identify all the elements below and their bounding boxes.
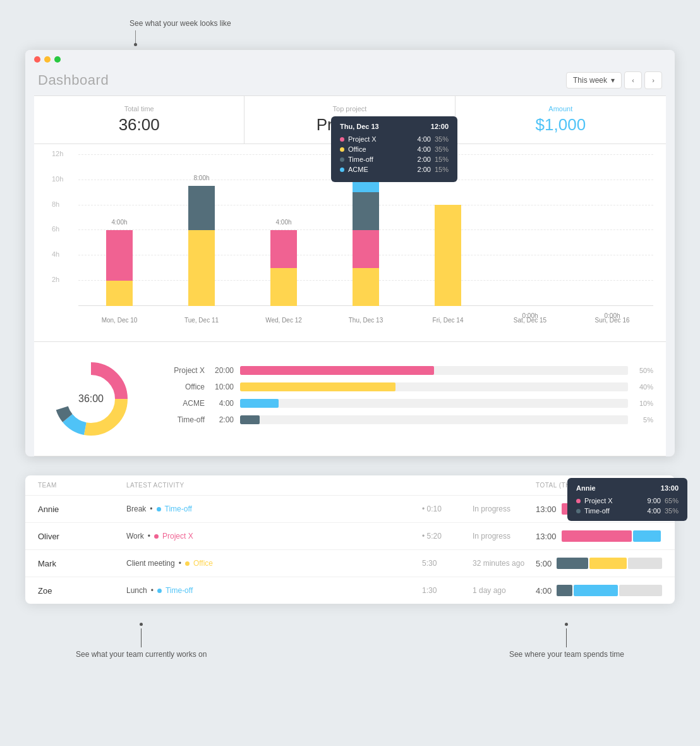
team-name-annie: Annie <box>38 504 126 514</box>
bottom-ann-left: See what your team currently works on <box>76 623 207 659</box>
activity-status-mark: 32 minutes ago <box>473 559 536 568</box>
tooltip-row-projectx: Project X 4:00 35% <box>340 135 449 143</box>
tooltip-dot-acme <box>340 168 344 172</box>
activity-project-zoe: Time-off <box>166 586 193 595</box>
activity-mark: Client meeting • Office <box>126 559 422 568</box>
bar-chart-section: 12h 10h 8h 6h 4h 2h 4:00h <box>34 144 666 342</box>
bottom-ann-right-label: See where your team spends time <box>509 650 624 659</box>
header-controls: This week ▾ ‹ › <box>566 71 662 89</box>
donut-center-label: 36:00 <box>78 393 104 405</box>
bar-tue[interactable]: 8:00h Tue, Dec 11 <box>160 154 243 306</box>
team-name-mark: Mark <box>38 559 126 568</box>
team-row-mark: Mark Client meeting • Office 5:30 32 min… <box>25 550 675 577</box>
breakdown-row-office: Office 10:00 40% <box>160 382 653 391</box>
dashboard-header: Dashboard This week ▾ ‹ › <box>25 63 675 95</box>
team-name-zoe: Zoe <box>38 586 126 596</box>
activity-zoe: Lunch • Time-off <box>126 586 422 595</box>
amount-stat: Amount $1,000 <box>456 96 666 144</box>
bar-thu-yellow <box>353 268 379 306</box>
activity-oliver: Work • Project X <box>126 532 422 541</box>
col-duration <box>422 482 473 489</box>
activity-dot-mark <box>185 561 190 566</box>
donut-chart: 36:00 <box>47 355 135 443</box>
bar-wed-pink <box>270 230 297 268</box>
chart-area: 12h 10h 8h 6h 4h 2h 4:00h <box>47 154 653 331</box>
chart-tooltip: Thu, Dec 13 12:00 Project X 4:00 35% Off… <box>331 116 457 182</box>
activity-status-zoe: 1 day ago <box>473 586 536 595</box>
top-annotation: See what your week looks like <box>130 19 675 28</box>
breakdown-list: Project X 20:00 50% Office 10:00 40% ACM… <box>160 366 653 432</box>
team-section: TEAM LATEST ACTIVITY TOTAL (THIS WEEK) A… <box>25 475 675 604</box>
tooltip-row-office: Office 4:00 35% <box>340 145 449 153</box>
team-row-annie: Annie Break • Time-off • 0:10 In progres… <box>25 496 675 523</box>
tooltip-row-acme: ACME 2:00 15% <box>340 166 449 173</box>
team-row-oliver: Oliver Work • Project X • 5:20 In progre… <box>25 523 675 550</box>
breakdown-bar-bg-office <box>240 382 628 391</box>
activity-project-oliver: Project X <box>162 532 193 541</box>
activity-status-oliver: In progress <box>473 532 536 541</box>
col-team: TEAM <box>38 482 126 489</box>
breakdown-bar-bg-projectx <box>240 366 628 375</box>
tooltip-dot-timeoff <box>340 157 344 162</box>
bar-fri-yellow <box>435 205 461 306</box>
window-chrome <box>25 50 675 63</box>
activity-annie: Break • Time-off <box>126 504 422 513</box>
activity-project-annie: Time-off <box>165 504 192 513</box>
breakdown-row-acme: ACME 4:00 10% <box>160 399 653 408</box>
bar-mon[interactable]: 4:00h Mon, Dec 10 <box>78 154 160 306</box>
amount-value: $1,000 <box>468 115 653 135</box>
activity-time-oliver: • 5:20 <box>422 532 473 541</box>
total-time-stat: Total time 36:00 <box>34 96 244 144</box>
total-time-value: 36:00 <box>47 115 231 135</box>
dashboard-title: Dashboard <box>38 72 109 89</box>
breakdown-row-timeoff: Time-off 2:00 5% <box>160 415 653 424</box>
bar-wed[interactable]: 4:00h Wed, Dec 12 <box>243 154 325 306</box>
mini-bars-mark <box>557 558 662 569</box>
week-selector[interactable]: This week ▾ <box>566 72 622 89</box>
tooltip-dot-office <box>340 147 344 152</box>
minimize-dot <box>44 56 51 63</box>
breakdown-section: 36:00 Project X 20:00 50% Office 10:00 4… <box>34 342 666 456</box>
bar-tue-dark <box>188 186 215 230</box>
total-annie: 13:00 <box>536 504 557 514</box>
bars-container: 4:00h Mon, Dec 10 8:00h Tue, Dec 11 <box>78 154 653 306</box>
breakdown-bar-fill-acme <box>240 399 279 408</box>
top-project-label: Top project <box>257 105 442 113</box>
breakdown-bar-bg-acme <box>240 399 628 408</box>
bottom-ann-left-label: See what your team currently works on <box>76 650 207 659</box>
bottom-ann-right: See where your team spends time <box>509 623 624 659</box>
bar-sat[interactable]: 0:00h Sat, Dec 15 <box>489 154 571 306</box>
tooltip-header: Thu, Dec 13 12:00 <box>340 123 449 130</box>
breakdown-bar-fill-projectx <box>240 366 434 375</box>
activity-dot-annie <box>157 507 161 511</box>
main-window: Dashboard This week ▾ ‹ › Total time 36:… <box>25 50 675 456</box>
prev-week-button[interactable]: ‹ <box>624 71 642 89</box>
activity-project-mark: Office <box>193 559 213 568</box>
bar-wed-yellow <box>270 268 297 306</box>
activity-time-annie: • 0:10 <box>422 504 473 513</box>
col-status <box>473 482 536 489</box>
bar-mon-yellow <box>106 281 133 306</box>
bar-mon-pink <box>106 230 133 281</box>
amount-label: Amount <box>468 105 653 113</box>
activity-dot-zoe <box>157 589 162 593</box>
breakdown-bar-fill-office <box>240 382 395 391</box>
bottom-annotations: See what your team currently works on Se… <box>25 616 675 665</box>
tooltip-row-timeoff: Time-off 2:00 15% <box>340 156 449 163</box>
mini-bars-oliver <box>562 530 662 542</box>
breakdown-bar-bg-timeoff <box>240 415 628 424</box>
total-mark: 5:00 <box>536 559 552 568</box>
team-row-zoe: Zoe Lunch • Time-off 1:30 1 day ago 4:00 <box>25 577 675 604</box>
tooltip-total: 12:00 <box>431 123 449 130</box>
bar-tue-yellow <box>188 230 215 306</box>
next-week-button[interactable]: › <box>644 71 662 89</box>
bar-thu[interactable]: 12:00h Thu, Dec 13 12:00 <box>325 154 407 306</box>
team-tooltip-annie: Annie13:00 Project X9:0065% Time-off4:00… <box>567 478 687 521</box>
col-activity: LATEST ACTIVITY <box>126 482 422 489</box>
bar-sun[interactable]: 0:00h Sun, Dec 16 <box>571 154 653 306</box>
bar-thu-pink <box>353 230 379 268</box>
breakdown-bar-fill-timeoff <box>240 415 260 424</box>
chevron-down-icon: ▾ <box>611 76 615 85</box>
total-oliver: 13:00 <box>536 532 557 541</box>
total-zoe: 4:00 <box>536 586 552 596</box>
